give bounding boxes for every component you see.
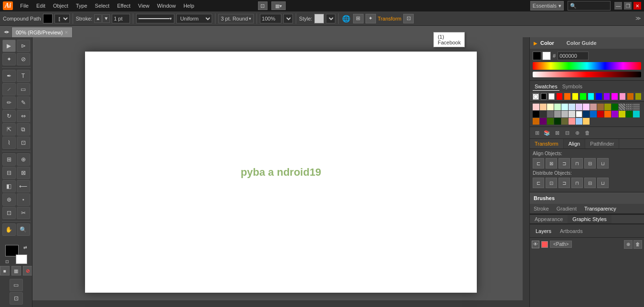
brown-swatch[interactable] (627, 93, 633, 100)
menu-object[interactable]: Object (50, 2, 72, 10)
sw-5[interactable] (561, 104, 568, 110)
sw-e8[interactable] (633, 111, 640, 117)
draw-mode-btn[interactable]: ▭ (10, 279, 23, 291)
sw-e15[interactable] (576, 118, 582, 125)
brushes-header[interactable]: Brushes (530, 192, 644, 204)
sw-e3[interactable] (597, 111, 604, 117)
orange-swatch[interactable] (564, 93, 570, 100)
sw-new-icon[interactable]: 📚 (543, 128, 551, 137)
sw-e9[interactable] (533, 118, 539, 125)
align-tab[interactable]: Align (564, 139, 585, 148)
dist-bottom-btn[interactable]: ⊔ (597, 178, 609, 188)
round-cap-btn[interactable]: 3 pt. Round ▾ (218, 14, 254, 23)
olive-swatch[interactable] (635, 93, 641, 100)
yellow-swatch[interactable] (572, 93, 578, 100)
menu-effect[interactable]: Effect (114, 2, 134, 10)
sw-10[interactable] (597, 104, 604, 110)
sw-g1[interactable] (533, 111, 539, 117)
shear-tool[interactable]: ⧉ (17, 123, 30, 136)
menu-type[interactable]: Type (73, 2, 91, 10)
sw-2[interactable] (540, 104, 547, 110)
sw-g5[interactable] (561, 111, 568, 117)
tab-scroll-left[interactable]: ◂▸ (2, 26, 11, 37)
style-swatch[interactable] (314, 14, 324, 23)
warp-tool[interactable]: ⌇ (2, 137, 16, 149)
sw-e6[interactable] (619, 111, 625, 117)
mesh-tool[interactable]: ⊠ (17, 167, 30, 179)
rotate-tool[interactable]: ↻ (2, 110, 16, 122)
sw-e2[interactable] (590, 111, 597, 117)
align-top-btn[interactable]: ⊓ (571, 158, 583, 169)
align-center-v-btn[interactable]: ⊟ (584, 158, 596, 169)
sw-6[interactable] (569, 104, 575, 110)
sw-pattern2[interactable] (626, 104, 633, 110)
dist-right-btn[interactable]: ⊐ (558, 178, 570, 188)
fill-stroke-swatches[interactable]: ⇄ ⊡ (5, 245, 27, 264)
sw-7[interactable] (576, 104, 582, 110)
stroke-type-select[interactable]: Uniform (176, 14, 212, 23)
stroke-up-btn[interactable]: ▲ (94, 14, 102, 23)
sw-e11[interactable] (547, 118, 554, 125)
sw-pattern3[interactable] (633, 104, 640, 110)
sw-e14[interactable] (569, 118, 575, 125)
pen-tool[interactable]: ✒ (2, 70, 16, 82)
transparency-tab[interactable]: Transparency (580, 204, 620, 213)
workspace-dropdown[interactable]: Essentials ▾ (530, 1, 564, 11)
gradient-tool[interactable]: ◧ (2, 180, 16, 192)
search-input[interactable] (568, 1, 611, 11)
delete-layer-icon[interactable]: 🗑 (633, 240, 642, 249)
menu-edit[interactable]: Edit (33, 2, 49, 10)
transform-controls-icon[interactable]: ✦ (365, 14, 376, 23)
align-right-btn[interactable]: ⊐ (558, 158, 570, 169)
menu-file[interactable]: File (17, 2, 32, 10)
sw-add-icon[interactable]: ⊕ (573, 128, 581, 137)
align-center-h-btn[interactable]: ⊠ (546, 158, 557, 169)
sw-g7[interactable] (576, 111, 582, 117)
symbols-tab[interactable]: Symbols (560, 83, 584, 91)
transform-label[interactable]: Transform (378, 16, 402, 21)
stroke-tab[interactable]: Stroke (530, 204, 553, 213)
restore-button[interactable]: ❐ (624, 2, 632, 10)
gradient-tab[interactable]: Gradient (553, 204, 580, 213)
menu-view[interactable]: View (135, 2, 153, 10)
screen-mode-btn[interactable]: ⊡ (10, 292, 23, 305)
sw-g2[interactable] (540, 111, 547, 117)
white-swatch[interactable] (548, 93, 555, 100)
shape-builder-tool[interactable]: ⊕ (17, 153, 30, 166)
color-guide-title[interactable]: Color Guide (567, 40, 597, 46)
sw-e1[interactable] (583, 111, 590, 117)
align-bottom-btn[interactable]: ⊔ (597, 158, 609, 169)
doc-mode-icon[interactable]: ⊡ (258, 1, 268, 10)
sw-trash-icon[interactable]: 🗑 (583, 128, 591, 137)
scale-tool[interactable]: ⇱ (2, 123, 16, 136)
selection-tool[interactable]: ▶ (2, 40, 16, 52)
color-hex-input[interactable]: 000000 (558, 52, 589, 60)
style-select[interactable]: ▾ (326, 14, 335, 23)
rect-tool[interactable]: ▭ (17, 83, 30, 95)
sw-e10[interactable] (540, 118, 547, 125)
color-panel-header[interactable]: ▶ Color Color Guide (530, 37, 644, 49)
slice-tool[interactable]: ✂ (17, 207, 30, 219)
zoom-input[interactable]: 100% (260, 14, 281, 23)
solid-color-btn[interactable]: ■ (0, 266, 10, 275)
magic-wand-tool[interactable]: ✦ (2, 53, 16, 65)
black-swatch[interactable] (541, 93, 547, 100)
live-paint-tool[interactable]: ⋆ (17, 193, 30, 206)
line-tool[interactable]: ⟋ (2, 83, 16, 95)
menu-window[interactable]: Window (154, 2, 179, 10)
sw-e16[interactable] (583, 118, 590, 125)
new-layer-icon[interactable]: ⊕ (624, 240, 633, 249)
hand-tool[interactable]: ✋ (2, 223, 16, 236)
menu-select[interactable]: Select (92, 2, 113, 10)
dist-top-btn[interactable]: ⊓ (571, 178, 583, 188)
none-btn[interactable]: ⊘ (23, 266, 32, 275)
purple-swatch[interactable] (604, 93, 610, 100)
sw-e13[interactable] (561, 118, 568, 125)
fill-style-select[interactable]: ▥ (54, 14, 70, 23)
panel-arrow-right[interactable]: ≫ (635, 15, 641, 21)
none-swatch-btn[interactable] (533, 93, 539, 100)
sw-library-icon[interactable]: ⊞ (533, 128, 541, 137)
bg-color-swatch[interactable] (542, 52, 551, 60)
reflect-tool[interactable]: ⇔ (17, 110, 30, 122)
lasso-tool[interactable]: ⊘ (17, 53, 30, 65)
